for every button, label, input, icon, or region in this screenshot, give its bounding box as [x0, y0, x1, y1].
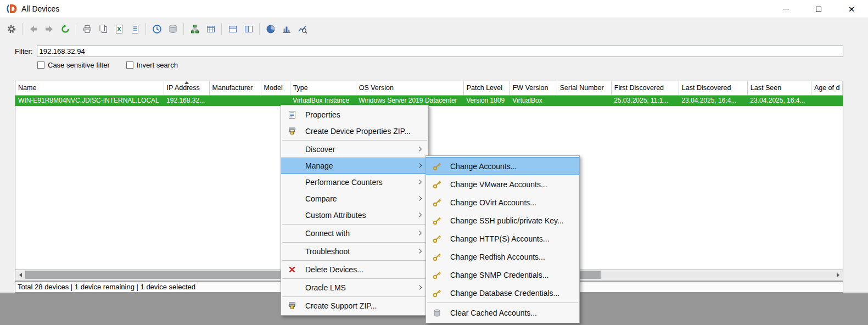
key-icon [430, 289, 444, 298]
table-view-icon [206, 24, 216, 34]
column-header-type[interactable]: Type [290, 81, 356, 95]
forward-arrow-icon [44, 24, 54, 34]
key-icon [430, 198, 444, 207]
column-header-last-seen[interactable]: Last Seen [747, 81, 811, 95]
topology-tree-icon [190, 24, 200, 34]
column-header-patch-level[interactable]: Patch Level [463, 81, 509, 95]
submenu-item-change-redfish-accounts[interactable]: Change Redfish Accounts... [426, 248, 579, 266]
menu-item-create-device-properties-zip[interactable]: Create Device Properties ZIP... [281, 123, 428, 139]
filter-input[interactable] [37, 46, 844, 57]
key-icon [430, 162, 444, 171]
filter-options: Case sensitive filter Invert search [37, 60, 194, 69]
close-button[interactable]: × [835, 0, 868, 18]
menu-item-performance-counters[interactable]: Performance Counters [281, 174, 428, 190]
column-header-serial-number[interactable]: Serial Number [557, 81, 611, 95]
key-icon [430, 234, 444, 243]
cell-model [261, 95, 290, 106]
copy-button[interactable] [96, 21, 110, 36]
submenu-item-change-ssh-key[interactable]: Change SSH public/private Key... [426, 211, 579, 229]
scroll-right-button[interactable] [833, 271, 842, 279]
bar-chart-icon [282, 24, 292, 34]
menu-item-oracle-lms[interactable]: Oracle LMS [281, 279, 428, 296]
back-button[interactable] [26, 21, 41, 36]
menu-item-properties[interactable]: Properties [281, 107, 428, 123]
toolbar-separator [221, 23, 222, 35]
bar-chart-button[interactable] [279, 21, 294, 36]
refresh-button[interactable] [58, 21, 72, 36]
app-logo-icon [6, 3, 17, 14]
export-excel-icon: X [114, 24, 124, 34]
submenu-item-change-accounts[interactable]: Change Accounts... [426, 157, 579, 175]
scheduler-button[interactable] [149, 21, 164, 36]
cell-serial-number [557, 95, 611, 106]
toolbar-separator [22, 23, 23, 35]
manage-submenu: Change Accounts... Change VMware Account… [425, 155, 580, 323]
svg-text:X: X [117, 26, 121, 32]
scroll-left-button[interactable] [16, 271, 25, 279]
app-window: All Devices × [0, 0, 868, 325]
chart-zoom-button[interactable] [295, 21, 310, 36]
window-controls: × [769, 0, 868, 18]
case-sensitive-checkbox[interactable] [37, 61, 44, 69]
minimize-icon [783, 9, 789, 9]
menu-separator [282, 242, 427, 243]
scheduler-clock-icon [152, 24, 162, 34]
menu-item-custom-attributes[interactable]: Custom Attributes [281, 207, 428, 223]
column-header-ip-address[interactable]: IP Address [164, 81, 209, 95]
database-button[interactable] [165, 21, 180, 36]
minimize-button[interactable] [769, 0, 802, 18]
cell-last-seen: 23.04.2025, 16:4... [747, 95, 811, 106]
settings-button[interactable] [4, 21, 19, 36]
submenu-item-change-vmware-accounts[interactable]: Change VMware Accounts... [426, 175, 579, 193]
menu-separator [282, 224, 427, 225]
column-header-os-version[interactable]: OS Version [356, 81, 463, 95]
menu-item-create-support-zip[interactable]: Create Support ZIP... [281, 298, 428, 314]
submenu-item-change-database-credentials[interactable]: Change Database Credentials... [426, 284, 579, 302]
menu-item-troubleshoot[interactable]: Troubleshoot [281, 243, 428, 260]
menu-item-discover[interactable]: Discover [281, 141, 428, 158]
toolbar-separator [259, 23, 260, 35]
menu-item-compare[interactable]: Compare [281, 190, 428, 207]
submenu-item-change-snmp-credentials[interactable]: Change SNMP Credentials... [426, 266, 579, 284]
print-button[interactable] [80, 21, 94, 36]
menu-item-connect-with[interactable]: Connect with [281, 225, 428, 242]
cell-type: VirtualBox Instance [290, 95, 356, 106]
column-header-name[interactable]: Name [15, 81, 164, 95]
export-report-button[interactable] [127, 21, 142, 36]
table-view-button[interactable] [203, 21, 218, 36]
menu-separator [282, 260, 427, 261]
cell-name: WIN-E91R8M04NVC.JDISC-INTERNAL.LOCAL [15, 95, 164, 106]
status-text: Total 28 devices | 1 device remaining | … [18, 283, 195, 291]
submenu-item-change-http-accounts[interactable]: Change HTTP(S) Accounts... [426, 229, 579, 248]
column-header-first-discovered[interactable]: First Discovered [611, 81, 679, 95]
pie-chart-button[interactable] [263, 21, 278, 36]
split-horizontal-button[interactable] [225, 21, 240, 36]
invert-search-checkbox[interactable] [126, 61, 133, 69]
split-vertical-button[interactable] [241, 21, 256, 36]
submenu-item-change-ovirt-accounts[interactable]: Change OVirt Accounts... [426, 193, 579, 211]
menu-item-delete-devices[interactable]: Delete Devices... [281, 261, 428, 278]
column-header-last-discovered[interactable]: Last Discovered [679, 81, 747, 95]
clear-cache-icon [430, 309, 444, 317]
export-excel-button[interactable]: X [111, 21, 126, 36]
key-icon [430, 180, 444, 189]
maximize-button[interactable] [802, 0, 835, 18]
window-title: All Devices [21, 4, 59, 13]
back-arrow-icon [29, 24, 38, 34]
submenu-item-clear-cached-accounts[interactable]: Clear Cached Accounts... [426, 304, 579, 322]
column-header-model[interactable]: Model [261, 81, 290, 95]
column-header-age[interactable]: Age of d [811, 81, 842, 95]
forward-button[interactable] [42, 21, 57, 36]
menu-separator [427, 302, 578, 303]
case-sensitive-label: Case sensitive filter [48, 61, 110, 69]
column-header-fw-version[interactable]: FW Version [509, 81, 557, 95]
chart-zoom-icon [298, 24, 307, 34]
export-report-icon [130, 24, 140, 34]
topology-button[interactable] [187, 21, 202, 36]
device-row-selected[interactable]: WIN-E91R8M04NVC.JDISC-INTERNAL.LOCAL 192… [15, 95, 843, 106]
pie-chart-icon [266, 24, 276, 34]
submenu-arrow-icon [417, 163, 422, 167]
toolbar: X [0, 19, 868, 39]
menu-item-manage[interactable]: Manage [281, 158, 428, 174]
column-header-manufacturer[interactable]: Manufacturer [209, 81, 261, 95]
